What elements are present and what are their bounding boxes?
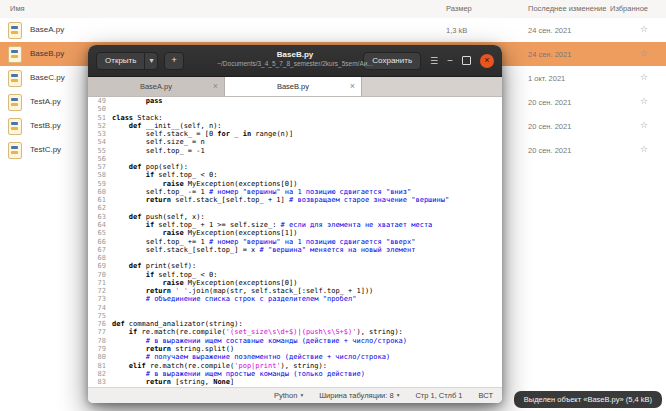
window-title: BaseB.py <box>217 49 373 60</box>
language-label: Python <box>274 391 297 400</box>
line-number: 83 <box>90 378 112 386</box>
code-line: raise MyException(exceptions[0]) <box>112 279 297 287</box>
favorite-star-icon[interactable]: ☆ <box>640 48 648 58</box>
code-line: self.stack_[self.top_] = x # "вершина" м… <box>112 246 415 254</box>
minimize-icon: − <box>447 55 453 66</box>
code-line: # объединение списка строк с разделителе… <box>112 295 356 303</box>
file-name-label: BaseA.py <box>30 25 64 34</box>
code-line: raise MyException(exceptions[1]) <box>112 229 297 237</box>
line-number: 55 <box>90 147 112 155</box>
python-file-icon <box>8 118 22 135</box>
python-file-icon <box>8 94 22 111</box>
maximize-button[interactable] <box>462 56 471 65</box>
file-name-label: BaseB.py <box>30 49 64 58</box>
code-line: def pop(self): <box>112 163 188 171</box>
code-line: if self.top_ < 0: <box>112 271 217 279</box>
line-number: 64 <box>90 221 112 229</box>
column-header-modified[interactable]: Последнее изменение <box>528 4 606 13</box>
python-file-icon <box>8 46 22 63</box>
code-line: return self.stack_[self.top_ + 1] # возв… <box>112 196 449 204</box>
code-line: self.top_ = -1 <box>112 147 205 155</box>
favorite-star-icon[interactable]: ☆ <box>640 96 648 106</box>
line-number: 66 <box>90 238 112 246</box>
new-tab-button[interactable]: + <box>164 52 183 70</box>
code-line: self.top_ += 1 # номер "вершины" на 1 по… <box>112 238 415 246</box>
status-bar: Python▾ Ширина табуляции: 8▾ Стр 1, Стлб… <box>88 387 502 403</box>
line-number: 68 <box>90 254 112 262</box>
file-size-label: 1,3 kB <box>446 26 467 35</box>
tab-width-label: Ширина табуляции: 8 <box>319 391 394 400</box>
code-line: class Stack: <box>112 114 163 122</box>
cursor-position[interactable]: Стр 1, Стлб 1 <box>415 391 462 400</box>
favorite-star-icon[interactable]: ☆ <box>640 144 648 154</box>
tab-width-selector[interactable]: Ширина табуляции: 8▾ <box>319 391 399 400</box>
caret-down-icon: ▾ <box>149 56 153 65</box>
code-line: # в выражении ищем составные команды (де… <box>112 337 407 345</box>
line-number: 56 <box>90 155 112 163</box>
favorite-star-icon[interactable]: ☆ <box>640 120 648 130</box>
hamburger-icon: ☰ <box>430 56 438 66</box>
line-number: 50 <box>90 105 112 113</box>
language-selector[interactable]: Python▾ <box>274 391 303 400</box>
code-lines: 49 pass5051class Stack:52 def __init__(s… <box>90 97 502 386</box>
line-number: 63 <box>90 213 112 221</box>
tab-close-icon[interactable]: × <box>350 80 355 92</box>
editor-tab[interactable]: BaseB.py× <box>225 77 362 96</box>
editor-tab[interactable]: BaseA.py× <box>88 77 225 96</box>
caret-down-icon: ▾ <box>397 392 400 398</box>
column-header-name[interactable]: Имя <box>10 4 25 13</box>
insert-mode-indicator: ВСТ <box>478 391 493 400</box>
code-line: if self.top_ < 0: <box>112 171 217 179</box>
column-header-size[interactable]: Размер <box>446 4 472 13</box>
file-row[interactable]: BaseA.py1,3 kB24 сен. 2021☆ <box>0 18 666 42</box>
line-number: 75 <box>90 312 112 320</box>
favorite-star-icon[interactable]: ☆ <box>640 72 648 82</box>
favorite-star-icon[interactable]: ☆ <box>640 24 648 34</box>
titlebar[interactable]: Открыть ▾ + BaseB.py ~/Documents/3_4_5_7… <box>88 45 502 77</box>
line-number: 59 <box>90 180 112 188</box>
tab-label: BaseB.py <box>277 82 309 91</box>
line-number: 51 <box>90 114 112 122</box>
code-line: def print(self): <box>112 262 196 270</box>
maximize-icon <box>462 56 471 65</box>
minimize-button[interactable]: − <box>447 60 453 61</box>
line-number: 76 <box>90 320 112 328</box>
code-line: if self.top_ + 1 >= self.size_: # если д… <box>112 221 432 229</box>
code-editor[interactable]: 49 pass5051class Stack:52 def __init__(s… <box>88 97 502 387</box>
close-icon: × <box>484 55 489 65</box>
line-number: 79 <box>90 345 112 353</box>
code-line: self.size_ = n <box>112 138 205 146</box>
code-line: def push(self, x): <box>112 213 205 221</box>
code-line: raise MyException(exceptions[0]) <box>112 180 297 188</box>
file-list-header: Имя Размер Последнее изменение Избранное <box>0 0 666 19</box>
line-number: 67 <box>90 246 112 254</box>
window-subtitle: ~/Documents/3_4_5_7_8_semester/2kurs_5se… <box>217 60 373 68</box>
open-button[interactable]: Открыть <box>96 52 145 70</box>
code-line: return ' '.join(map(str, self.stack_[:se… <box>112 287 373 295</box>
file-name-label: TestA.py <box>30 97 61 106</box>
open-dropdown-button[interactable]: ▾ <box>145 52 158 70</box>
close-button[interactable]: × <box>480 54 494 68</box>
line-number: 74 <box>90 304 112 312</box>
menu-button[interactable]: ☰ <box>430 60 438 61</box>
code-line: # в выражении ищем простые команды (толь… <box>112 370 365 378</box>
column-header-starred[interactable]: Избранное <box>610 4 648 13</box>
python-file-icon <box>8 70 22 87</box>
line-number: 61 <box>90 196 112 204</box>
file-modified-label: 24 сен. 2021 <box>528 26 571 35</box>
file-modified-label: 24 сен. 2021 <box>528 50 571 59</box>
code-line: if re.match(re.compile('(set_size\s\d+$)… <box>112 328 403 336</box>
file-modified-label: 20 сен. 2021 <box>528 146 571 155</box>
file-modified-label: 1 окт. 2021 <box>528 74 565 83</box>
code-line: self.top_ -= 1 # номер "вершины" на 1 по… <box>112 188 411 196</box>
code-line: def command_analizator(string): <box>112 320 243 328</box>
line-number: 53 <box>90 130 112 138</box>
screen: Имя Размер Последнее изменение Избранное… <box>0 0 666 411</box>
file-modified-label: 20 сен. 2021 <box>528 98 571 107</box>
line-number: 81 <box>90 362 112 370</box>
line-number: 65 <box>90 229 112 237</box>
python-file-icon <box>8 22 22 39</box>
line-number: 72 <box>90 287 112 295</box>
tab-close-icon[interactable]: × <box>213 80 218 92</box>
line-number: 52 <box>90 122 112 130</box>
